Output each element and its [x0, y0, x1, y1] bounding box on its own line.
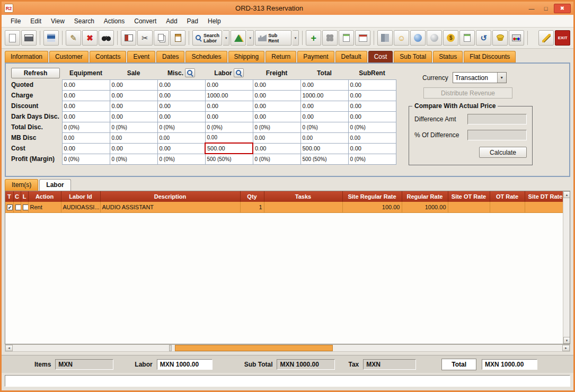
pct-of-difference-field[interactable]	[467, 130, 527, 140]
grid-cell[interactable]: 0 (0%)	[205, 122, 253, 132]
grid-cell[interactable]: 0.00	[62, 90, 110, 101]
grid-cell[interactable]: 0.00	[62, 111, 110, 122]
grid-cell[interactable]: 0.00	[62, 79, 110, 90]
add-button[interactable]: +	[306, 30, 321, 46]
note-edit-button[interactable]	[339, 30, 354, 46]
col-c[interactable]: C	[13, 191, 21, 202]
organization-button[interactable]	[377, 30, 393, 46]
refresh-button[interactable]: Refresh	[11, 68, 60, 78]
misc-search-button[interactable]	[185, 68, 195, 77]
col-labor-id[interactable]: Labor Id	[61, 191, 100, 202]
cell-ot-rate[interactable]	[490, 202, 525, 212]
scrollbar-thumb[interactable]	[175, 345, 333, 351]
cell-tasks[interactable]	[264, 202, 342, 212]
exit-button[interactable]: EXIT	[555, 30, 570, 46]
cell-regular-rate[interactable]: 1000.00	[402, 202, 448, 212]
grid-cell[interactable]: 0.00	[157, 90, 205, 101]
cost-labor-cell-selected[interactable]: 500.00	[205, 143, 253, 154]
menu-view[interactable]: View	[46, 16, 69, 26]
maximize-button[interactable]: □	[539, 4, 552, 13]
col-description[interactable]: Description	[100, 191, 240, 202]
sphere-button[interactable]	[427, 30, 442, 46]
coins-button[interactable]	[492, 30, 508, 46]
menu-edit[interactable]: Edit	[25, 16, 46, 26]
delete-button[interactable]: ✖	[82, 30, 98, 46]
tab-default[interactable]: Default	[335, 51, 367, 63]
save-button[interactable]	[43, 30, 59, 46]
find-button[interactable]	[99, 30, 114, 46]
tab-information[interactable]: Information	[5, 51, 48, 63]
print-button[interactable]	[21, 30, 37, 46]
col-qty[interactable]: Qty	[240, 191, 264, 202]
grid-cell[interactable]: 0.00	[348, 111, 396, 122]
grid-cell[interactable]: 0.00	[300, 101, 348, 111]
grid-cell[interactable]: 0.00	[205, 111, 253, 122]
chart-dropdown[interactable]: ▼	[247, 30, 253, 46]
globe-button[interactable]	[410, 30, 426, 46]
grid-cell[interactable]: 0.00	[300, 79, 348, 90]
minimize-button[interactable]: —	[525, 4, 538, 13]
col-action[interactable]: Action	[28, 191, 61, 202]
tab-status[interactable]: Status	[433, 51, 463, 63]
exchange-button[interactable]: ↺	[476, 30, 491, 46]
col-site-dt-rate[interactable]: Site DT Rate	[525, 191, 566, 202]
grid-cell[interactable]: 0.00	[62, 132, 110, 143]
t-checkbox-checked[interactable]: ✔	[7, 204, 13, 210]
tab-contacts[interactable]: Contacts	[90, 51, 126, 63]
grid-cell[interactable]: 0 (0%)	[110, 154, 157, 164]
grid-cell[interactable]: 0.00	[348, 143, 396, 154]
tab-sub-total[interactable]: Sub Total	[394, 51, 432, 63]
grid-cell[interactable]: 0.00	[348, 79, 396, 90]
app-icon[interactable]: R2	[4, 4, 13, 13]
grid-cell[interactable]: 0.00	[62, 143, 110, 154]
new-button[interactable]	[5, 30, 20, 46]
cell-site-regular-rate[interactable]: 100.00	[342, 202, 402, 212]
money-button[interactable]: $	[443, 30, 458, 46]
color-print-button[interactable]	[509, 30, 524, 46]
report-button[interactable]	[121, 30, 136, 46]
grid-cell[interactable]: 1000.00	[205, 90, 253, 101]
grid-cell[interactable]: 0 (0%)	[110, 122, 157, 132]
chevron-down-icon[interactable]: ▼	[497, 73, 506, 83]
sub-rent-dropdown[interactable]: ▼	[293, 30, 299, 46]
grid-cell[interactable]: 0.00	[157, 143, 205, 154]
tab-items[interactable]: Item(s)	[5, 179, 38, 191]
grid-cell[interactable]: 0.00	[253, 111, 300, 122]
scroll-up-icon[interactable]: ▲	[563, 191, 570, 198]
labor-row[interactable]: ✔ Rent AUDIOASSI... AUDIO ASSISTANT 1 10…	[5, 202, 566, 212]
grid-cell[interactable]: 0.00	[253, 101, 300, 111]
tab-dates[interactable]: Dates	[156, 51, 184, 63]
tab-event[interactable]: Event	[127, 51, 155, 63]
search-labor-dropdown[interactable]: ▼	[223, 30, 229, 46]
grid-cell[interactable]: 0.00	[157, 79, 205, 90]
menu-pad[interactable]: Pad	[182, 16, 203, 26]
menu-search[interactable]: Search	[69, 16, 99, 26]
grid-cell[interactable]: 0 (0%)	[253, 154, 300, 164]
grid-cell[interactable]: 0.00	[300, 111, 348, 122]
distribute-revenue-button[interactable]: Distribute Revenue	[423, 87, 512, 99]
grid-cell[interactable]: 0.00	[253, 132, 300, 143]
scroll-right-icon[interactable]: ►	[562, 345, 570, 351]
splitter-handle[interactable]	[169, 345, 172, 351]
grid-cell[interactable]: 0.00	[157, 132, 205, 143]
grid-cell[interactable]: 0.00	[205, 79, 253, 90]
tab-flat-discounts[interactable]: Flat Discounts	[464, 51, 516, 63]
menu-help[interactable]: Help	[203, 16, 226, 26]
grid-cell[interactable]: 0 (0%)	[62, 154, 110, 164]
c-checkbox[interactable]	[15, 204, 21, 210]
labor-search-button[interactable]	[234, 68, 244, 77]
col-tasks[interactable]: Tasks	[264, 191, 342, 202]
sub-rent-button[interactable]: Sub Rent	[255, 30, 291, 46]
scroll-down-icon[interactable]: ▼	[563, 337, 570, 344]
tab-shipping[interactable]: Shipping	[228, 51, 265, 63]
menu-convert[interactable]: Convert	[129, 16, 161, 26]
grid-cell[interactable]: 1000.00	[300, 90, 348, 101]
group-button[interactable]	[322, 30, 338, 46]
tab-customer[interactable]: Customer	[49, 51, 89, 63]
horizontal-scrollbar[interactable]: ◄ ►	[5, 344, 570, 352]
chart-button[interactable]	[231, 30, 246, 46]
grid-cell[interactable]: 0.00	[253, 79, 300, 90]
tab-payment[interactable]: Payment	[297, 51, 334, 63]
paste-button[interactable]	[170, 30, 185, 46]
tab-cost[interactable]: Cost	[368, 51, 393, 63]
